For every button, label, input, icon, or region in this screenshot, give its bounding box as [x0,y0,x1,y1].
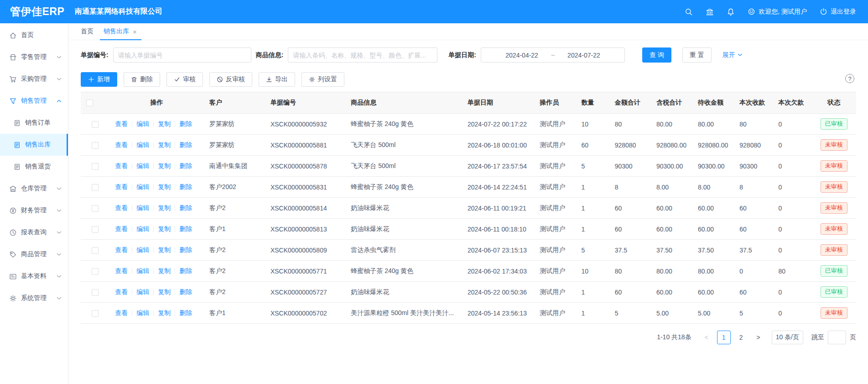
help-icon[interactable]: ? [845,74,854,83]
sidebar-item-purchase[interactable]: 采购管理 [0,68,68,90]
sidebar-item-system[interactable]: 系统管理 [0,287,68,309]
jump-page-input[interactable] [828,331,846,344]
date-to-value: 2024-07-22 [567,52,600,59]
sidebar-item-finance[interactable]: 财务管理 [0,200,68,221]
sidebar-item-sales-outbound[interactable]: 销售出库 [0,134,68,156]
export-button[interactable]: 导出 [259,72,295,87]
close-tab-icon[interactable]: × [133,28,137,35]
next-page-button[interactable]: > [752,331,765,344]
row-checkbox[interactable] [92,121,99,128]
row-checkbox[interactable] [92,289,99,296]
row-action-view[interactable]: 查看 [115,288,128,295]
row-action-edit[interactable]: 编辑 [136,162,149,169]
row-action-delete[interactable]: 删除 [179,288,192,295]
cell-tax-total: 928080.00 [651,135,692,156]
prev-page-button[interactable]: < [700,331,713,344]
row-action-view[interactable]: 查看 [115,267,128,274]
row-action-edit[interactable]: 编辑 [136,141,149,148]
row-action-delete[interactable]: 删除 [179,267,192,274]
delete-button[interactable]: 删除 [124,72,160,87]
row-checkbox[interactable] [92,205,99,212]
row-action-copy[interactable]: 复制 [158,162,171,169]
sidebar-item-home[interactable]: 首页 [0,24,68,46]
tab-sales-outbound[interactable]: 销售出库 × [104,23,137,40]
row-action-copy[interactable]: 复制 [158,246,171,253]
welcome-user[interactable]: 欢迎您, 测试用户 [748,8,807,16]
row-action-view[interactable]: 查看 [115,120,128,127]
row-action-delete[interactable]: 删除 [179,120,192,127]
row-action-copy[interactable]: 复制 [158,267,171,274]
sidebar-item-basic[interactable]: 基本资料 [0,265,68,287]
row-checkbox[interactable] [92,142,99,149]
row-action-edit[interactable]: 编辑 [136,225,149,232]
row-action-view[interactable]: 查看 [115,183,128,190]
row-action-delete[interactable]: 删除 [179,183,192,190]
row-action-edit[interactable]: 编辑 [136,204,149,211]
row-action-copy[interactable]: 复制 [158,183,171,190]
select-all-checkbox[interactable] [86,100,93,106]
row-action-view[interactable]: 查看 [115,309,128,316]
row-checkbox[interactable] [92,310,99,317]
home-dashboard-icon[interactable] [706,8,714,16]
page-button-2[interactable]: 2 [734,331,748,344]
row-action-copy[interactable]: 复制 [158,225,171,232]
row-action-delete[interactable]: 删除 [179,204,192,211]
row-action-view[interactable]: 查看 [115,204,128,211]
row-action-view[interactable]: 查看 [115,141,128,148]
cell-qty: 10 [576,114,609,135]
row-action-copy[interactable]: 复制 [158,204,171,211]
add-button[interactable]: 新增 [81,72,117,87]
row-action-copy[interactable]: 复制 [158,141,171,148]
row-action-edit[interactable]: 编辑 [136,288,149,295]
row-checkbox[interactable] [92,226,99,233]
cell-received: 0 [734,261,773,282]
product-info-input[interactable] [288,47,437,63]
row-action-edit[interactable]: 编辑 [136,120,149,127]
page-button-1[interactable]: 1 [717,331,731,344]
sidebar-item-sales[interactable]: 销售管理 [0,90,68,112]
row-checkbox[interactable] [92,247,99,254]
row-action-delete[interactable]: 删除 [179,246,192,253]
page-size-select[interactable]: 10 条/页 [772,331,803,344]
reset-button[interactable]: 重 置 [682,47,712,63]
row-action-view[interactable]: 查看 [115,246,128,253]
row-checkbox[interactable] [92,184,99,191]
logout-button[interactable]: 退出登录 [820,8,856,16]
row-action-copy[interactable]: 复制 [158,309,171,316]
sidebar-item-product[interactable]: 商品管理 [0,243,68,265]
row-action-copy[interactable]: 复制 [158,120,171,127]
row-action-edit[interactable]: 编辑 [136,183,149,190]
row-action-edit[interactable]: 编辑 [136,246,149,253]
expand-link[interactable]: 展开 [722,51,743,59]
sidebar-item-retail[interactable]: 零售管理 [0,46,68,68]
tab-home[interactable]: 首页 [81,23,94,40]
sidebar-item-sales-return[interactable]: 销售退货 [0,156,68,178]
action-divider [175,289,175,295]
column-settings-button[interactable]: 列设置 [301,72,344,87]
row-action-view[interactable]: 查看 [115,225,128,232]
search-button[interactable]: 查 询 [642,47,671,63]
row-action-view[interactable]: 查看 [115,162,128,169]
gear-icon [309,76,315,83]
search-icon[interactable] [685,8,693,16]
unaudit-button[interactable]: 反审核 [209,72,252,87]
row-action-delete[interactable]: 删除 [179,309,192,316]
row-action-delete[interactable]: 删除 [179,162,192,169]
row-action-edit[interactable]: 编辑 [136,309,149,316]
audit-button[interactable]: 审核 [166,72,203,87]
sidebar-item-warehouse[interactable]: 仓库管理 [0,178,68,200]
row-checkbox[interactable] [92,163,99,170]
column-header: 商品信息 [345,92,462,114]
cell-operator: 测试用户 [534,156,576,177]
notification-bell-icon[interactable] [727,8,735,16]
order-no-input[interactable] [113,47,251,63]
sidebar-item-report[interactable]: 报表查询 [0,221,68,243]
row-action-delete[interactable]: 删除 [179,225,192,232]
row-action-edit[interactable]: 编辑 [136,267,149,274]
row-action-delete[interactable]: 删除 [179,141,192,148]
sidebar-item-sales-order[interactable]: 销售订单 [0,112,68,134]
row-action-copy[interactable]: 复制 [158,288,171,295]
row-checkbox[interactable] [92,268,99,275]
date-range-picker[interactable]: 2024-04-22 ~ 2024-07-22 [481,47,625,63]
check-icon [174,76,180,83]
